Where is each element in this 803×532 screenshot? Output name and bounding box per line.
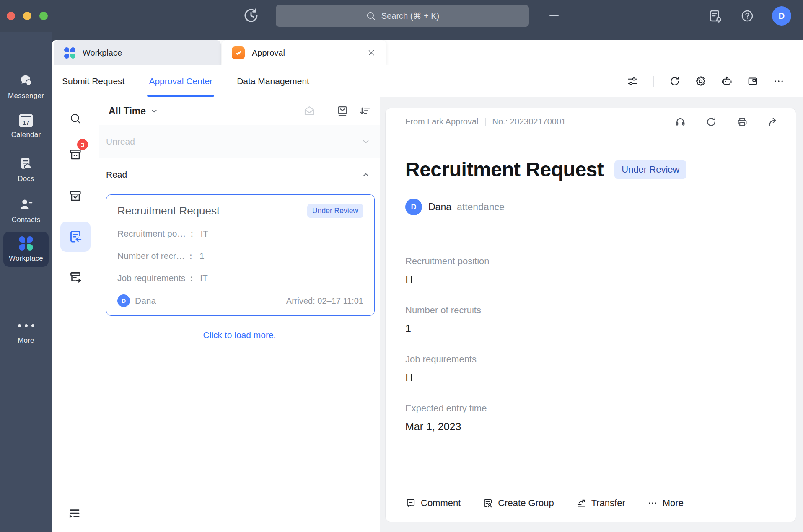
filter-sliders-icon[interactable] <box>627 75 638 87</box>
popup-window-icon[interactable] <box>747 75 759 87</box>
detail-field: Number of recruits 1 <box>405 305 779 335</box>
approval-list-card[interactable]: Recruitment Request Under Review Recruit… <box>106 194 375 316</box>
requester-name: Dana <box>135 296 156 306</box>
sidebar-label: Messenger <box>8 92 44 100</box>
detail-header: From Lark Approval No.: 202302170001 <box>386 108 796 135</box>
nav-data-management[interactable]: Data Management <box>237 65 309 97</box>
card-field: Number of recr…：1 <box>117 250 363 262</box>
user-avatar[interactable]: D <box>772 6 791 26</box>
detail-requester-tag: attendance <box>457 201 505 213</box>
detail-refresh-icon[interactable] <box>705 116 717 128</box>
create-group-button[interactable]: Create Group <box>482 498 554 509</box>
approval-detail-card: From Lark Approval No.: 202302170001 <box>385 108 796 522</box>
time-filter-dropdown[interactable]: All Time <box>106 105 161 117</box>
print-icon[interactable] <box>736 116 748 128</box>
mark-all-read-icon[interactable] <box>336 105 349 117</box>
detail-action-bar: Comment Create Group <box>386 484 796 522</box>
detail-divider <box>405 234 779 234</box>
approval-rail: 3 <box>52 97 99 532</box>
rail-processed-icon[interactable] <box>65 186 85 206</box>
approval-detail-area: From Lark Approval No.: 202302170001 <box>380 97 803 532</box>
sidebar-item-workplace[interactable]: Workplace <box>3 232 49 267</box>
rail-received-icon-selected[interactable] <box>60 222 91 252</box>
sort-icon[interactable] <box>359 105 371 117</box>
detail-requester-row: D Dana attendance <box>405 199 779 215</box>
sidebar-label: More <box>18 336 34 345</box>
sidebar-item-docs[interactable]: Docs <box>0 156 52 183</box>
nav-submit-request[interactable]: Submit Request <box>62 65 124 97</box>
sidebar-label: Calendar <box>11 131 41 139</box>
detail-title: Recruitment Request <box>405 158 604 181</box>
titlebar-right: D <box>708 0 791 32</box>
mark-read-icon[interactable] <box>303 105 316 117</box>
rail-sent-icon[interactable] <box>65 267 85 287</box>
app-window: Search (⌘ + K) D <box>0 0 803 532</box>
sidebar-item-messenger[interactable]: Messenger <box>0 73 52 100</box>
approval-app-icon <box>232 46 245 59</box>
sidebar-item-calendar[interactable]: 17 Calendar <box>0 114 52 139</box>
nav-approval-center[interactable]: Approval Center <box>149 65 212 97</box>
minimize-window-button[interactable] <box>23 12 31 20</box>
announcement-icon[interactable] <box>708 9 723 23</box>
detail-header-divider <box>485 118 486 126</box>
zoom-window-button[interactable] <box>39 12 48 20</box>
detail-source: From Lark Approval <box>405 117 479 127</box>
card-field: Job requirements：IT <box>117 272 363 284</box>
sidebar-item-more[interactable]: More <box>0 318 52 345</box>
tab-workplace[interactable]: Workplace <box>54 40 221 65</box>
messenger-icon <box>18 73 34 88</box>
tab-approval[interactable]: Approval <box>222 40 386 65</box>
detail-fields: Recruitment position IT Number of recrui… <box>405 256 779 433</box>
detail-header-icons <box>674 116 779 128</box>
detail-field: Expected entry time Mar 1, 2023 <box>405 403 779 433</box>
more-actions-button[interactable]: More <box>647 498 684 509</box>
requester-avatar: D <box>117 294 130 307</box>
bot-icon[interactable] <box>721 75 733 87</box>
load-more-link[interactable]: Click to load more. <box>99 330 380 340</box>
new-tab-icon[interactable] <box>547 9 561 23</box>
inbox-count-badge: 3 <box>77 139 88 150</box>
search-icon <box>365 10 376 21</box>
main-content: Workplace Approval Submit Request Approv… <box>52 40 803 532</box>
more-actions-icon <box>647 498 658 509</box>
detail-requester-avatar[interactable]: D <box>405 199 422 215</box>
card-field: Recruitment po…：IT <box>117 227 363 240</box>
comment-icon <box>405 498 416 509</box>
section-read[interactable]: Read <box>99 158 380 191</box>
comment-button[interactable]: Comment <box>405 498 461 509</box>
global-search-input[interactable]: Search (⌘ + K) <box>276 5 529 27</box>
approval-list-panel: All Time <box>99 97 380 532</box>
card-title: Recruitment Request <box>117 204 220 217</box>
collapse-panel-icon[interactable] <box>66 506 81 521</box>
tab-label: Approval <box>252 48 285 58</box>
settings-gear-icon[interactable] <box>695 75 707 87</box>
docs-icon <box>18 156 34 171</box>
history-icon[interactable] <box>242 7 260 24</box>
more-icon <box>18 318 34 333</box>
more-options-icon[interactable] <box>773 75 785 87</box>
support-headset-icon[interactable] <box>674 116 686 128</box>
close-tab-icon[interactable] <box>367 48 376 57</box>
detail-body: Recruitment Request Under Review D Dana … <box>386 135 796 484</box>
transfer-button[interactable]: Transfer <box>576 498 625 509</box>
help-icon[interactable] <box>740 9 754 23</box>
section-label: Unread <box>106 137 135 147</box>
list-header-icons <box>303 105 371 117</box>
approval-toolbar: Submit Request Approval Center Data Mana… <box>52 65 803 97</box>
calendar-icon: 17 <box>19 114 33 127</box>
share-icon[interactable] <box>767 116 779 128</box>
section-unread[interactable]: Unread <box>99 125 380 158</box>
sidebar-item-contacts[interactable]: Contacts <box>0 197 52 224</box>
detail-status-badge: Under Review <box>614 160 686 179</box>
sidebar-label: Workplace <box>9 254 43 263</box>
list-header: All Time <box>99 97 380 125</box>
workplace-icon <box>19 236 33 251</box>
detail-number: No.: 202302170001 <box>492 117 566 127</box>
tab-strip: Workplace Approval <box>52 40 803 65</box>
app-sidebar: Messenger 17 Calendar Docs <box>0 32 52 532</box>
close-window-button[interactable] <box>7 12 15 20</box>
rail-search-icon[interactable] <box>65 108 85 129</box>
section-label: Read <box>106 170 127 180</box>
refresh-icon[interactable] <box>669 75 681 87</box>
arrived-timestamp: Arrived: 02–17 11:01 <box>286 296 363 306</box>
